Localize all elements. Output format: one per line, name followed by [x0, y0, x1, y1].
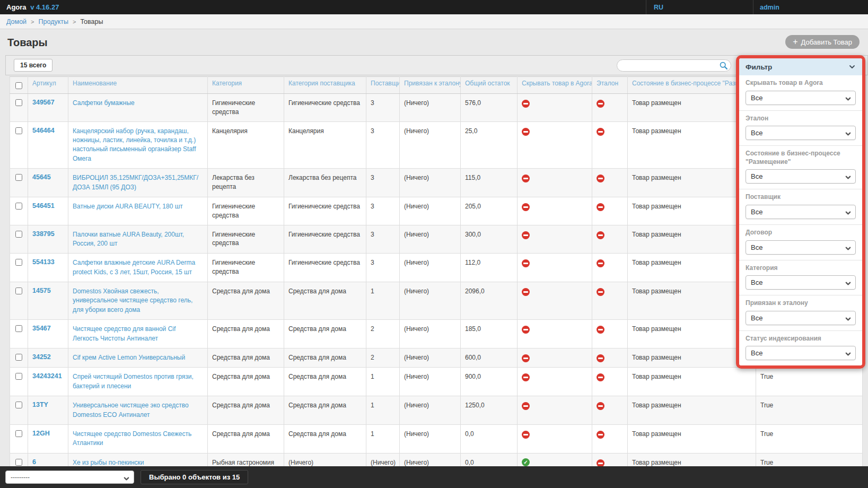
row-checkbox[interactable] [15, 203, 22, 210]
article-link[interactable]: 45645 [32, 173, 51, 181]
row-checkbox[interactable] [15, 373, 22, 380]
hide-in-agora-cell [518, 254, 592, 282]
table-row: 338795Палочки ватные AURA Beauty, 200шт,… [10, 225, 863, 254]
table-row: 554133Салфетки влажные детские AURA Derm… [10, 254, 863, 282]
row-checkbox[interactable] [15, 127, 22, 134]
etalon-cell [592, 169, 628, 197]
select-all-checkbox[interactable] [15, 82, 22, 89]
minus-circle-icon [522, 203, 530, 211]
article-link[interactable]: 349567 [32, 99, 55, 106]
product-name-link[interactable]: Domestos Хвойная свежесть, универсальное… [73, 287, 192, 313]
filter-select[interactable]: Все [746, 275, 856, 290]
product-name-link[interactable]: Cif крем Active Lemon Универсальный [73, 354, 185, 361]
product-name-link[interactable]: Салфетки бумажные [73, 99, 135, 107]
minus-circle-icon [522, 431, 530, 439]
row-checkbox[interactable] [15, 354, 22, 361]
table-row: 13TYУниверсальное чистящее эко средство … [10, 396, 863, 425]
linked-to-etalon-cell: (Ничего) [400, 368, 461, 396]
filter-select[interactable]: Все [746, 126, 856, 140]
filter-select[interactable]: Все [746, 311, 856, 325]
row-checkbox[interactable] [15, 402, 22, 408]
article-link[interactable]: 6 [32, 458, 36, 466]
name-cell: Чистящее средство для ванной Cif Легкост… [68, 320, 208, 348]
search-icon[interactable] [719, 61, 728, 70]
row-checkbox[interactable] [15, 459, 22, 466]
name-cell: Палочки ватные AURA Beauty, 200шт, Росси… [68, 225, 208, 254]
search-input[interactable] [617, 59, 731, 72]
product-name-link[interactable]: Палочки ватные AURA Beauty, 200шт, Росси… [73, 231, 184, 247]
linked-to-etalon-cell: (Ничего) [400, 282, 461, 320]
supplier-category-cell: Средства для дома [284, 368, 366, 396]
supplier-cell: 2 [366, 348, 400, 368]
article-link[interactable]: 338795 [32, 230, 55, 238]
article-cell: 34243241 [28, 368, 68, 396]
article-link[interactable]: 546464 [32, 127, 55, 134]
product-name-link[interactable]: Хе из рыбы по-пекински [73, 459, 144, 466]
row-checkbox[interactable] [15, 231, 22, 238]
supplier-category-cell: Лекарства без рецепта [284, 169, 366, 197]
total-count-button[interactable]: 15 всего [14, 59, 52, 72]
row-checkbox[interactable] [15, 430, 22, 437]
minus-circle-icon [522, 175, 530, 182]
article-link[interactable]: 13TY [32, 401, 48, 408]
filter-select[interactable]: Все [746, 240, 856, 255]
column-header-link[interactable]: Категория поставщика [288, 80, 355, 87]
name-cell: Спрей чистящий Domestos против грязи, ба… [68, 368, 208, 396]
product-name-link[interactable]: ВИБРОЦИЛ 35,125МКГ/ДОЗА+351,25МКГ/ДОЗА 1… [73, 174, 198, 190]
article-link[interactable]: 34252 [32, 353, 51, 361]
filter-select[interactable]: Все [746, 346, 856, 360]
article-link[interactable]: 12GH [32, 430, 50, 437]
column-header-link[interactable]: Артикул [32, 80, 56, 87]
row-checkbox[interactable] [15, 325, 22, 332]
column-header-link[interactable]: Общий остаток [465, 80, 510, 87]
row-checkbox[interactable] [15, 287, 22, 294]
row-checkbox[interactable] [15, 259, 22, 266]
product-name-link[interactable]: Чистящее средство Domestos Свежесть Атла… [73, 430, 191, 447]
filter-select-value: Все [751, 208, 762, 216]
breadcrumb-products[interactable]: Продукты [39, 18, 68, 25]
article-link[interactable]: 34243241 [32, 372, 62, 380]
product-name-link[interactable]: Чистящее средство для ванной Cif Легкост… [73, 325, 176, 342]
table-row: 34252Cif крем Active Lemon Универсальный… [10, 348, 863, 368]
column-header-link[interactable]: Эталон [597, 80, 618, 87]
user-link[interactable]: admin [760, 4, 779, 11]
stock-cell: 300,0 [461, 225, 518, 254]
product-name-link[interactable]: Канцелярский набор (ручка, карандаш, нож… [73, 127, 196, 162]
filter-select[interactable]: Все [746, 91, 856, 105]
column-header-link[interactable]: Привязан к эталону [404, 80, 461, 87]
product-name-link[interactable]: Универсальное чистящее эко средство Dome… [73, 402, 189, 418]
column-header-link[interactable]: Наименование [73, 80, 117, 87]
column-header-link[interactable]: Категория [212, 80, 242, 87]
filter-select[interactable]: Все [746, 169, 856, 184]
etalon-cell [592, 94, 628, 122]
stock-cell: 205,0 [461, 197, 518, 225]
category-cell: Средства для дома [208, 348, 284, 368]
row-checkbox-cell [10, 368, 28, 396]
product-name-link[interactable]: Салфетки влажные детские AURA Derma prot… [73, 259, 195, 275]
linked-to-etalon-cell: (Ничего) [400, 225, 461, 254]
article-cell: 554133 [28, 254, 68, 282]
breadcrumb-home[interactable]: Домой [6, 18, 27, 25]
search-box [617, 59, 731, 72]
selected-count-button[interactable]: Выбрано 0 объектов из 15 [141, 470, 248, 484]
product-name-link[interactable]: Спрей чистящий Domestos против грязи, ба… [73, 373, 194, 389]
article-link[interactable]: 554133 [32, 258, 55, 266]
row-checkbox[interactable] [15, 99, 22, 106]
filter-header[interactable]: Фильтр [739, 58, 862, 75]
article-link[interactable]: 546451 [32, 202, 55, 210]
article-link[interactable]: 35467 [32, 325, 51, 332]
column-header-link[interactable]: Поставщик [371, 80, 400, 87]
column-header-link[interactable]: Скрывать товар в Agora [522, 80, 592, 87]
filter-group: ЭталонВсе [739, 110, 862, 146]
filter-label: Категория [746, 264, 856, 273]
product-name-link[interactable]: Ватные диски AURA BEAUTY, 180 шт [73, 203, 183, 210]
bulk-action-select[interactable]: --------- [5, 470, 134, 484]
row-checkbox[interactable] [15, 174, 22, 181]
language-link[interactable]: RU [654, 4, 663, 11]
article-link[interactable]: 14575 [32, 287, 51, 294]
add-product-button[interactable]: + Добавить Товар [785, 35, 860, 49]
column-header: Категория поставщика [284, 77, 366, 94]
filter-select[interactable]: Все [746, 205, 856, 219]
linked-to-etalon-cell: (Ничего) [400, 197, 461, 225]
category-cell: Средства для дома [208, 282, 284, 320]
